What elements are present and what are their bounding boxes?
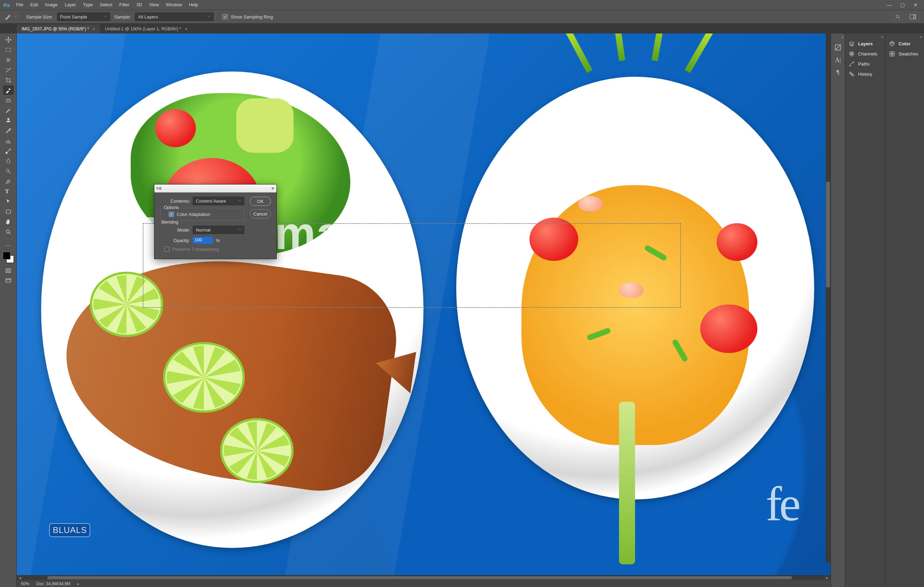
- eyedropper-tool-preset-icon[interactable]: [5, 13, 11, 20]
- panel2-collapse-icon[interactable]: «: [886, 33, 924, 39]
- menu-view[interactable]: View: [146, 1, 162, 9]
- fill-contents-select[interactable]: Content-Aware﹀: [193, 197, 244, 205]
- show-sampling-ring-checkbox[interactable]: ✓: [223, 14, 228, 20]
- svg-rect-4: [6, 100, 10, 102]
- panel-history[interactable]: History: [845, 69, 885, 79]
- color-adaptation-option[interactable]: ✓ Color Adaptation: [164, 212, 241, 217]
- panel-color[interactable]: Color: [886, 39, 924, 49]
- panel-paths[interactable]: Paths: [845, 59, 885, 69]
- collapse-panels-icon[interactable]: «: [842, 35, 845, 39]
- menu-window[interactable]: Window: [162, 1, 185, 9]
- document-tab-1[interactable]: IMG_2937.JPG @ 50% (RGB/8*) * ✕: [17, 25, 100, 33]
- fill-mode-select[interactable]: Normal﹀: [193, 226, 244, 234]
- dodge-tool[interactable]: [3, 166, 13, 176]
- move-tool[interactable]: [3, 35, 13, 44]
- hand-tool[interactable]: [3, 217, 13, 227]
- marquee-tool[interactable]: [3, 45, 13, 55]
- svg-rect-8: [6, 210, 10, 213]
- color-swatches[interactable]: [3, 252, 14, 263]
- window-minimize-button[interactable]: —: [884, 2, 894, 8]
- fill-opacity-unit: %: [216, 238, 220, 243]
- svg-point-23: [892, 42, 892, 43]
- fill-dialog-close-icon[interactable]: ✕: [271, 186, 274, 191]
- show-sampling-ring-option[interactable]: ✓ Show Sampling Ring: [223, 14, 273, 20]
- zoom-tool[interactable]: [3, 227, 13, 236]
- menu-bar: Ps File Edit Image Layer Type Select Fil…: [0, 0, 924, 10]
- menu-layer[interactable]: Layer: [61, 1, 80, 9]
- crop-tool[interactable]: [3, 75, 13, 85]
- fill-cancel-button[interactable]: Cancel: [250, 209, 271, 218]
- panel-channels[interactable]: Channels: [845, 49, 885, 59]
- mini-panel-paragraph-icon[interactable]: ¶: [834, 68, 842, 77]
- menu-3d[interactable]: 3D: [133, 1, 146, 9]
- svg-point-17: [850, 65, 850, 66]
- status-flyout-icon[interactable]: ▸: [78, 581, 79, 586]
- pen-tool[interactable]: [3, 177, 13, 186]
- fill-opacity-label: Opacity:: [160, 238, 190, 243]
- lasso-tool[interactable]: [3, 55, 13, 64]
- fill-contents-label: Contents:: [160, 198, 190, 204]
- document-canvas[interactable]: BLUALS fe: [17, 33, 831, 575]
- sample-select[interactable]: All Layers﹀: [135, 13, 214, 21]
- panel-layers-label: Layers: [858, 41, 873, 46]
- swatches-icon: [889, 51, 895, 57]
- canvas-area: BLUALS fe: [17, 33, 831, 587]
- close-tab-2-icon[interactable]: ✕: [185, 27, 188, 31]
- svg-point-9: [6, 230, 10, 233]
- panel-layers[interactable]: Layers: [845, 39, 885, 49]
- close-tab-1-icon[interactable]: ✕: [92, 27, 95, 31]
- status-doc-size[interactable]: Doc: 34,9M/34,9M: [36, 581, 70, 586]
- sample-label: Sample:: [114, 14, 131, 20]
- path-selection-tool[interactable]: [3, 197, 13, 206]
- foreground-color-swatch[interactable]: [3, 252, 10, 260]
- type-tool[interactable]: T: [3, 187, 13, 196]
- window-maximize-button[interactable]: ▢: [898, 2, 907, 8]
- edit-toolbar-button[interactable]: ⋯: [3, 240, 13, 250]
- document-tab-2[interactable]: Untitled-1 @ 100% (Layer 1, RGB/8#) * ✕: [100, 25, 192, 33]
- gradient-tool[interactable]: [3, 146, 13, 155]
- panel1-collapse-icon[interactable]: «: [845, 33, 885, 39]
- history-brush-tool[interactable]: [3, 126, 13, 135]
- eyedropper-tool[interactable]: [3, 86, 13, 95]
- shape-tool[interactable]: [3, 207, 13, 216]
- sample-size-select[interactable]: Point Sample﹀: [57, 13, 110, 21]
- menu-help[interactable]: Help: [185, 1, 202, 9]
- horizontal-scrollbar[interactable]: ◂ ▸: [17, 575, 831, 580]
- eraser-tool[interactable]: [3, 136, 13, 146]
- panel-channels-label: Channels: [858, 51, 877, 56]
- window-close-button[interactable]: ✕: [911, 2, 921, 8]
- image-text-fe: fe: [766, 476, 798, 532]
- color-adaptation-checkbox[interactable]: ✓: [169, 212, 174, 217]
- svg-rect-25: [890, 51, 892, 54]
- mini-panel-adjustments-icon[interactable]: [834, 43, 842, 51]
- svg-rect-26: [892, 51, 894, 54]
- blur-tool[interactable]: [3, 156, 13, 166]
- search-button[interactable]: [893, 13, 903, 21]
- document-tab-1-title: IMG_2937.JPG @ 50% (RGB/8*) *: [21, 26, 89, 31]
- menu-file[interactable]: File: [13, 1, 27, 9]
- mini-panel-character-icon[interactable]: A|: [834, 56, 842, 64]
- tool-preset-chevron-icon[interactable]: ﹀: [14, 14, 17, 19]
- workspace-switcher-button[interactable]: [907, 13, 919, 21]
- layers-icon: [849, 41, 855, 47]
- document-image: BLUALS fe: [17, 33, 831, 575]
- clone-stamp-tool[interactable]: [3, 116, 13, 125]
- brush-tool[interactable]: [3, 106, 13, 115]
- magic-wand-tool[interactable]: [3, 65, 13, 74]
- quick-mask-button[interactable]: [3, 266, 13, 275]
- chevron-down-icon: ﹀: [207, 14, 211, 19]
- panel-color-label: Color: [899, 41, 911, 46]
- healing-brush-tool[interactable]: [3, 96, 13, 105]
- menu-edit[interactable]: Edit: [27, 1, 41, 9]
- status-zoom[interactable]: 50%: [21, 581, 29, 586]
- svg-point-22: [891, 43, 891, 44]
- menu-type[interactable]: Type: [79, 1, 96, 9]
- menu-filter[interactable]: Filter: [116, 1, 133, 9]
- screen-mode-button[interactable]: [3, 276, 13, 285]
- panel-swatches[interactable]: Swatches: [886, 49, 924, 59]
- vertical-scrollbar[interactable]: [826, 33, 831, 562]
- menu-image[interactable]: Image: [41, 1, 61, 9]
- fill-ok-button[interactable]: OK: [250, 197, 271, 206]
- menu-select[interactable]: Select: [96, 1, 116, 9]
- fill-opacity-input[interactable]: 100: [193, 237, 213, 244]
